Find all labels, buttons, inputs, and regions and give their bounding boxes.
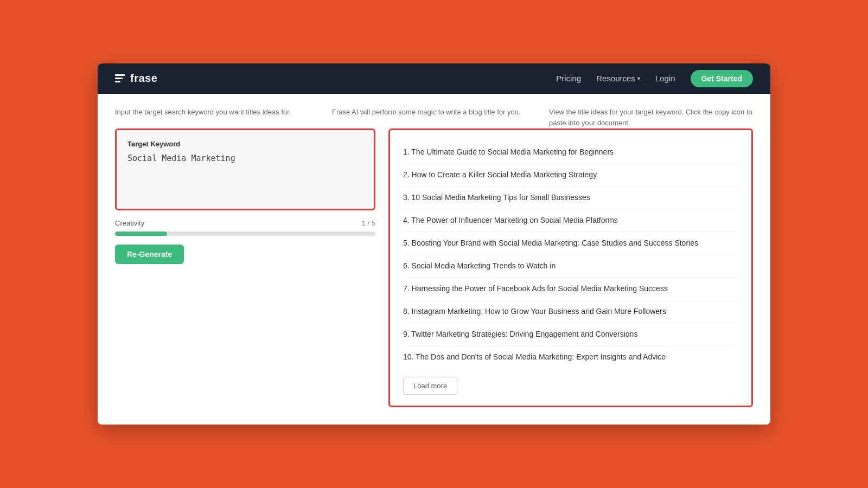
step3-desc: View the title ideas for your target key… [549,107,753,129]
title-item[interactable]: 8. Instagram Marketing: How to Grow Your… [403,300,738,323]
target-keyword-box: Target Keyword Social Media Marketing [115,129,375,210]
step1-desc: Input the target search keyword you want… [115,107,319,118]
title-item[interactable]: 10. The Dos and Don'ts of Social Media M… [403,346,738,368]
creativity-label: Creativity [115,219,144,227]
page-wrapper: frase Pricing Resources ▾ Login Get Star… [0,0,868,488]
step3-col: View the title ideas for your target key… [549,107,753,129]
input-label: Target Keyword [127,140,363,148]
title-item[interactable]: 5. Boosting Your Brand with Social Media… [403,232,738,255]
logo: frase [115,72,157,85]
left-panel: Target Keyword Social Media Marketing Cr… [115,129,375,264]
load-more-button[interactable]: Load more [403,377,457,395]
content-area: Input the target search keyword you want… [98,94,770,425]
creativity-count: 1 / 5 [362,219,375,227]
get-started-button[interactable]: Get Started [691,70,753,87]
creativity-section: Creativity 1 / 5 Re-Generate [115,219,375,264]
nav-login[interactable]: Login [655,74,675,83]
title-item[interactable]: 4. The Power of Influencer Marketing on … [403,209,738,232]
creativity-bar-fill [115,232,167,236]
steps-row: Input the target search keyword you want… [115,107,753,129]
title-item[interactable]: 7. Harnessing the Power of Facebook Ads … [403,278,738,300]
results-panel: 1. The Ultimate Guide to Social Media Ma… [388,129,753,407]
logo-text: frase [130,72,157,85]
nav-resources[interactable]: Resources ▾ [596,74,640,83]
creativity-header: Creativity 1 / 5 [115,219,375,227]
creativity-bar-bg[interactable] [115,232,375,236]
navbar-nav: Pricing Resources ▾ Login Get Started [556,70,753,87]
title-list: 1. The Ultimate Guide to Social Media Ma… [403,141,738,368]
regenerate-button[interactable]: Re-Generate [115,245,184,264]
keyword-input[interactable]: Social Media Marketing [127,153,363,197]
title-item[interactable]: 2. How to Create a Killer Social Media M… [403,164,738,187]
title-item[interactable]: 9. Twitter Marketing Strategies: Driving… [403,323,738,346]
chevron-down-icon: ▾ [637,75,640,81]
two-col-layout: Target Keyword Social Media Marketing Cr… [115,129,753,407]
step1-col: Input the target search keyword you want… [115,107,332,129]
title-item[interactable]: 3. 10 Social Media Marketing Tips for Sm… [403,187,738,209]
nav-resources-label: Resources [596,74,635,83]
step2-col: Frase AI will perform some magic to writ… [332,107,549,129]
main-container: frase Pricing Resources ▾ Login Get Star… [98,63,770,425]
step2-desc: Frase AI will perform some magic to writ… [332,107,536,118]
nav-pricing[interactable]: Pricing [556,74,581,83]
logo-icon [115,74,125,82]
navbar: frase Pricing Resources ▾ Login Get Star… [98,63,770,94]
title-item[interactable]: 1. The Ultimate Guide to Social Media Ma… [403,141,738,164]
title-item[interactable]: 6. Social Media Marketing Trends to Watc… [403,255,738,278]
